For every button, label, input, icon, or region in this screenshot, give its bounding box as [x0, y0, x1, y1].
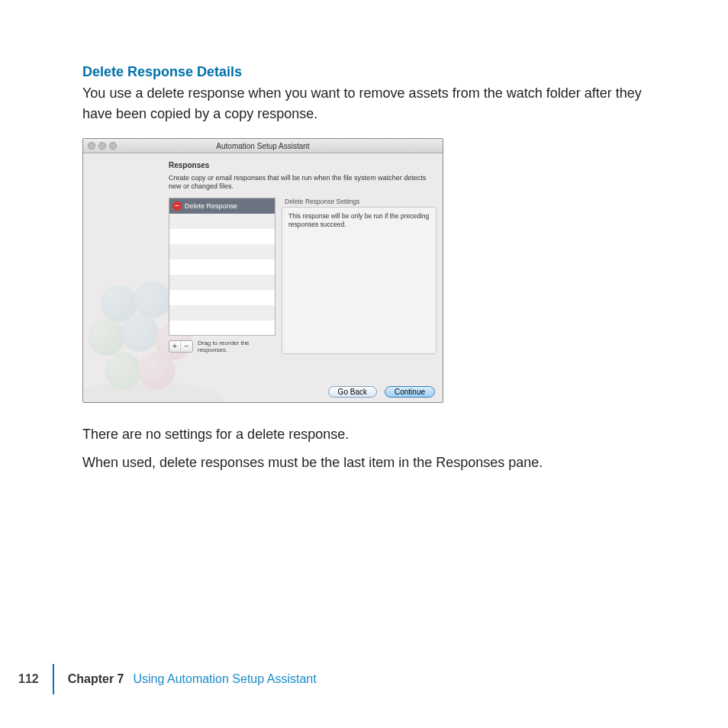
go-back-button[interactable]: Go Back	[328, 386, 377, 398]
chapter-title: Using Automation Setup Assistant	[134, 672, 317, 686]
settings-box: This response will be only be run if the…	[282, 207, 436, 354]
dialog-body: Responses Create copy or email responses…	[83, 153, 443, 402]
screenshot-figure: Automation Setup Assistant Responses Cre…	[82, 138, 670, 403]
responses-description: Create copy or email responses that will…	[169, 174, 436, 192]
document-page: Delete Response Details You use a delete…	[0, 0, 728, 728]
dialog-window: Automation Setup Assistant Responses Cre…	[82, 138, 443, 403]
section-heading: Delete Response Details	[82, 64, 670, 80]
list-item[interactable]: – Delete Response	[169, 198, 275, 214]
page-footer: 112 Chapter 7 Using Automation Setup Ass…	[18, 664, 317, 694]
responses-label: Responses	[169, 161, 436, 169]
responses-list[interactable]: – Delete Response	[169, 198, 275, 336]
remove-button[interactable]: −	[181, 341, 192, 352]
chapter-label: Chapter 7	[68, 672, 124, 686]
page-number: 112	[18, 672, 53, 686]
body-after-2: When used, delete responses must be the …	[82, 453, 670, 473]
settings-title: Delete Response Settings	[282, 198, 436, 205]
add-button[interactable]: +	[169, 341, 181, 352]
add-remove-buttons: + −	[169, 340, 193, 353]
button-row: Go Back Continue	[328, 386, 435, 398]
body-intro: You use a delete response when you want …	[82, 83, 670, 124]
settings-body-text: This response will be only be run if the…	[288, 212, 430, 229]
settings-pane: Delete Response Settings This response w…	[282, 198, 436, 354]
reorder-hint: Drag to reorder the responses.	[198, 340, 275, 353]
continue-button[interactable]: Continue	[385, 386, 435, 398]
delete-response-icon: –	[172, 201, 182, 211]
responses-list-pane: – Delete Response + −	[169, 198, 275, 354]
titlebar: Automation Setup Assistant	[83, 139, 443, 153]
list-item-label: Delete Response	[185, 202, 237, 210]
body-after-1: There are no settings for a delete respo…	[82, 424, 670, 445]
footer-separator	[53, 664, 54, 694]
window-title: Automation Setup Assistant	[83, 142, 443, 150]
